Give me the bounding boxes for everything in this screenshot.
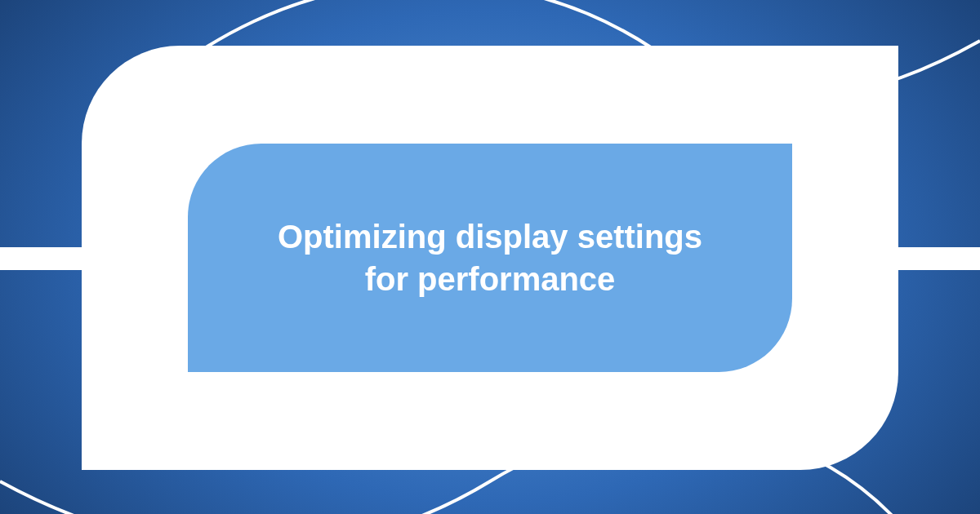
card-title: Optimizing display settings for performa… <box>278 215 702 300</box>
inner-card: Optimizing display settings for performa… <box>188 144 792 372</box>
